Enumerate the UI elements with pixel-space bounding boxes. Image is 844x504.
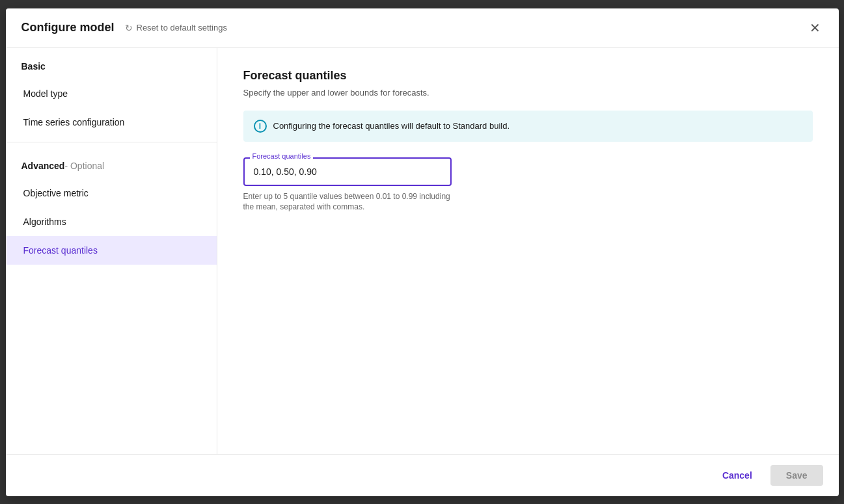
sidebar-item-forecast-quantiles[interactable]: Forecast quantiles — [6, 236, 217, 265]
sidebar-basic-label: Basic — [6, 48, 217, 79]
sidebar-advanced-label: Advanced- Optional — [6, 148, 217, 179]
sidebar-item-objective-metric[interactable]: Objective metric — [6, 179, 217, 207]
section-desc: Specify the upper and lower bounds for f… — [243, 88, 813, 98]
sidebar-item-time-series[interactable]: Time series configuration — [6, 108, 217, 137]
quantiles-input[interactable] — [243, 157, 452, 186]
close-button[interactable]: ✕ — [807, 19, 823, 37]
field-hint: Enter up to 5 quantile values between 0.… — [243, 191, 452, 213]
sidebar: Basic Model type Time series configurati… — [6, 48, 217, 454]
modal-header: Configure model ↻ Reset to default setti… — [6, 8, 839, 48]
close-icon: ✕ — [810, 21, 821, 35]
modal-footer: Cancel Save — [6, 454, 839, 496]
info-banner-text: Configuring the forecast quantiles will … — [273, 121, 510, 131]
reset-icon: ↻ — [125, 23, 133, 33]
info-icon: i — [254, 120, 267, 133]
modal-body: Basic Model type Time series configurati… — [6, 48, 839, 454]
cancel-button[interactable]: Cancel — [712, 465, 763, 486]
sidebar-item-model-type[interactable]: Model type — [6, 79, 217, 108]
sidebar-item-algorithms[interactable]: Algorithms — [6, 207, 217, 236]
sidebar-divider — [6, 142, 217, 142]
info-banner: i Configuring the forecast quantiles wil… — [243, 111, 813, 142]
modal-title: Configure model — [21, 21, 115, 34]
save-button[interactable]: Save — [770, 465, 823, 486]
main-content: Forecast quantiles Specify the upper and… — [217, 48, 839, 454]
configure-model-modal: Configure model ↻ Reset to default setti… — [6, 8, 839, 496]
field-label: Forecast quantiles — [250, 152, 314, 160]
forecast-quantiles-field: Forecast quantiles Enter up to 5 quantil… — [243, 157, 452, 213]
reset-label: Reset to default settings — [137, 23, 227, 33]
reset-button[interactable]: ↻ Reset to default settings — [125, 23, 227, 33]
section-title: Forecast quantiles — [243, 69, 813, 83]
